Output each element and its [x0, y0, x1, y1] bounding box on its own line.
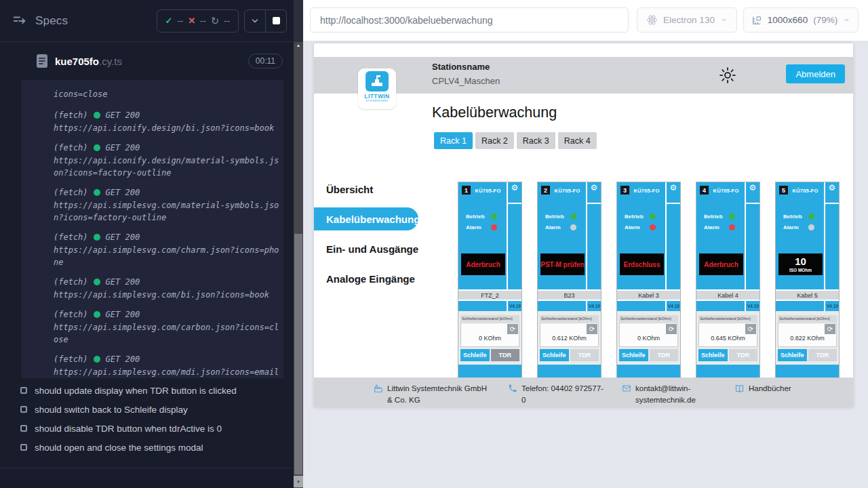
cable-name: B23 [538, 289, 601, 301]
scroll-up-icon[interactable]: ▲ [294, 43, 303, 47]
spec-file-row[interactable]: kue705fo.cy.ts 00:11 [0, 42, 294, 80]
card-settings-gear-icon[interactable]: ⚙ [746, 183, 760, 192]
http-status: GET 200 [106, 308, 140, 321]
test-stats: ✓ -- ✕ -- ↻ -- [157, 9, 239, 33]
chevron-down-icon[interactable] [245, 16, 265, 26]
resistance-section: Schleifenwiderstand [kOhm] ⟳ 0.612 KOhm … [538, 311, 601, 363]
betrieb-led [570, 214, 576, 220]
schleife-button[interactable]: Schleife [619, 349, 648, 361]
status-unit: ISO MOhm [789, 268, 812, 272]
tdr-button[interactable]: TDR [491, 349, 520, 361]
footer-email[interactable]: kontakt@littwin-systemtechnik.de [622, 383, 717, 405]
test-item[interactable]: should switch back to Schleife display [0, 400, 285, 419]
refresh-icon[interactable]: ⟳ [745, 324, 756, 334]
aut-stage: Stationsname CPLV4_Maschen Abmelden LITT… [303, 41, 868, 488]
schleife-button[interactable]: Schleife [460, 349, 490, 361]
device-model: KÜ705-FO [787, 188, 824, 194]
footer-manuals-link[interactable]: Handbücher [734, 383, 791, 397]
led-block: Betrieb Alarm [625, 211, 656, 232]
reporter-scrollbar[interactable]: ▲ ▼ [294, 0, 303, 488]
passed-count: -- [178, 16, 184, 26]
fetch-label: (fetch) [54, 276, 88, 288]
cable-name: Kabel 4 [696, 289, 760, 301]
refresh-icon[interactable]: ⟳ [587, 324, 597, 334]
test-item[interactable]: should disable TDR button when tdrActive… [0, 419, 285, 438]
card-settings-gear-icon[interactable]: ⚙ [667, 183, 680, 192]
card-settings-gear-icon[interactable]: ⚙ [508, 183, 521, 192]
schleife-button[interactable]: Schleife [698, 349, 728, 361]
success-dot-icon [94, 112, 100, 119]
browser-select[interactable]: Electron 130 [637, 7, 737, 33]
firmware-version: V4.19 [509, 304, 521, 308]
test-title: should update display when TDR button is… [35, 386, 237, 396]
tdr-button[interactable]: TDR [808, 349, 837, 361]
alarm-label: Alarm [625, 224, 646, 230]
status-display: 10 ISO MOhm [778, 253, 823, 275]
led-block: Betrieb Alarm [783, 211, 814, 232]
rack-tab[interactable]: Rack 1 [434, 132, 473, 149]
url-input[interactable] [310, 7, 629, 33]
tdr-button[interactable]: TDR [729, 349, 758, 361]
stop-button[interactable] [266, 17, 286, 24]
card-settings-gear-icon[interactable]: ⚙ [825, 183, 839, 192]
nav-item[interactable]: Übersicht [314, 178, 419, 201]
nav-item[interactable]: Ein- und Ausgänge [314, 237, 419, 260]
success-dot-icon [94, 144, 100, 151]
http-status: GET 200 [106, 109, 140, 121]
version-strip: V4.19 [696, 301, 760, 311]
nav-item-label: Kabelüberwachung [326, 214, 420, 225]
resistance-value: 0 KOhm [461, 335, 519, 342]
status-text: 10 [795, 256, 806, 266]
rack-tab[interactable]: Rack 3 [517, 132, 555, 149]
viewport-zoom: (79%) [813, 15, 837, 25]
success-dot-icon [94, 189, 100, 196]
led-block: Betrieb Alarm [704, 211, 735, 232]
status-display: Aderbruch [699, 253, 743, 275]
success-dot-icon [94, 356, 100, 363]
settings-gear-icon[interactable] [718, 66, 737, 85]
divider [587, 203, 601, 204]
resistance-section: Schleifenwiderstand [kOhm] ⟳ 0 KOhm Schl… [617, 311, 680, 363]
card-bottom-strip [617, 363, 680, 378]
firmware-version: V4.19 [827, 304, 838, 308]
firmware-version: V4.19 [668, 304, 679, 308]
refresh-icon[interactable]: ⟳ [825, 324, 835, 334]
device-cards: 1 KÜ705-FO Betrieb Alarm [458, 182, 840, 379]
nav-item[interactable]: Kabelüberwachung [314, 207, 418, 230]
resistance-value: 0.645 KOhm [699, 335, 757, 342]
rack-tab[interactable]: Rack 4 [558, 132, 597, 149]
test-item[interactable]: should open and close the settings modal [0, 438, 285, 457]
viewport-select[interactable]: 1000x660 (79%) [743, 7, 859, 33]
refresh-icon[interactable]: ⟳ [666, 324, 677, 334]
running-icon: ↻ [211, 15, 220, 27]
device-card: 3 KÜ705-FO Betrieb Alarm [616, 182, 681, 379]
refresh-icon[interactable]: ⟳ [507, 324, 518, 334]
schleife-button[interactable]: Schleife [778, 349, 807, 361]
tdr-button[interactable]: TDR [650, 349, 679, 361]
card-side: ⚙ [508, 182, 521, 289]
divider [0, 468, 294, 468]
browser-label: Electron 130 [663, 15, 715, 25]
betrieb-label: Betrieb [783, 214, 805, 220]
divider [825, 203, 839, 204]
resistance-label: Schleifenwiderstand [kOhm] [698, 315, 757, 322]
app-footer: Littwin Systemtechnik GmbH & Co. KG Tele… [314, 378, 853, 407]
littwin-logo: LITTWIN SYSTEMTECHNIK [358, 68, 396, 109]
test-item[interactable]: should update display when TDR button is… [0, 381, 285, 400]
test-title: should disable TDR button when tdrActive… [35, 424, 222, 434]
rack-tab[interactable]: Rack 2 [475, 132, 514, 149]
nav-item[interactable]: Analoge Eingänge [314, 267, 419, 290]
tdr-button[interactable]: TDR [570, 349, 599, 361]
test-state-icon [20, 425, 27, 432]
led-block: Betrieb Alarm [466, 211, 497, 232]
logout-button[interactable]: Abmelden [786, 64, 845, 83]
scrollbar-thumb[interactable] [294, 234, 302, 474]
card-settings-gear-icon[interactable]: ⚙ [587, 183, 601, 192]
schleife-button[interactable]: Schleife [540, 349, 569, 361]
card-main: 5 KÜ705-FO Betrieb Alarm [776, 182, 824, 289]
device-card: 5 KÜ705-FO Betrieb Alarm [775, 182, 840, 379]
spec-file-icon [36, 54, 48, 68]
scroll-down-icon[interactable]: ▼ [294, 476, 303, 487]
sidebar-toggle-icon[interactable] [12, 14, 27, 28]
footer-company: Littwin Systemtechnik GmbH & Co. KG [374, 383, 490, 405]
